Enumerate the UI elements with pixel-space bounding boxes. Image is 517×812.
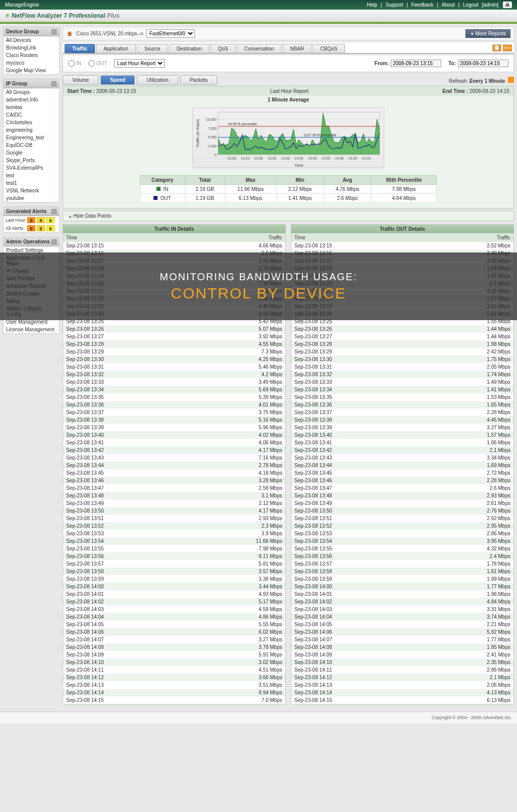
hide-datapoints-toggle[interactable]: Hide Data Points [63, 211, 514, 221]
out-details-title: Traffic OUT Details [291, 225, 513, 233]
tab-qos[interactable]: QoS [211, 44, 236, 53]
tab-traffic[interactable]: Traffic [65, 44, 95, 53]
device-group-panel: Device Group All DevicesBrowsingLinkCisc… [3, 27, 60, 75]
table-row: Sep-23-08 13:433.34 Mbps [291, 454, 513, 462]
table-row: Sep-23-08 14:024.84 Mbps [291, 598, 513, 605]
subtab-utilization[interactable]: Utilization [137, 75, 178, 85]
from-input[interactable] [391, 60, 441, 67]
subtab-volume[interactable]: Volume [63, 75, 98, 85]
ip-group-item[interactable]: engineering [4, 126, 59, 134]
ip-group-item[interactable]: bonitas [4, 104, 59, 111]
alert-critical[interactable]: 0 [27, 217, 35, 223]
top-link-help[interactable]: Help [367, 2, 378, 8]
ip-group-panel: IP Group All Groupsadventnet.Infobonitas… [3, 79, 60, 202]
table-row: Sep-23-08 13:273.92 Mbps [63, 333, 285, 340]
breadcrumb-device[interactable]: Cisco 2651-VSNL 20 mbps--> [76, 31, 143, 36]
alert-major[interactable]: 0 [37, 217, 45, 223]
svg-text:13:20: 13:20 [227, 157, 236, 160]
table-row: Sep-23-08 13:562.4 Mbps [291, 552, 513, 560]
in-radio[interactable] [68, 60, 75, 67]
app-title: ✶ NetFlow Analyzer 7 Professional Plus [5, 12, 120, 19]
alert-major[interactable]: 0 [37, 225, 45, 231]
print-icon[interactable]: 🖶 [503, 2, 512, 8]
device-group-item[interactable]: Cisco Routers [4, 52, 59, 59]
out-radio[interactable] [88, 60, 95, 67]
ip-group-item[interactable]: adventnet.Info [4, 96, 59, 104]
table-row: Sep-23-08 13:424.17 Mbps [63, 446, 285, 454]
ip-group-item[interactable]: SV4-ExternalIPs [4, 164, 59, 172]
ip-group-item[interactable]: Engineering_test [4, 134, 59, 141]
table-row: Sep-23-08 14:122.1 Mbps [291, 674, 513, 681]
tab-destination[interactable]: Destination [169, 44, 210, 53]
sidebar: Device Group All DevicesBrowsingLinkCisc… [3, 27, 60, 704]
ip-group-item[interactable]: All Groups [4, 88, 59, 96]
top-link-support[interactable]: Support [385, 2, 403, 8]
ip-group-item[interactable]: Skype_Ports [4, 157, 59, 164]
device-group-title: Device Group [6, 29, 39, 34]
ip-group-item[interactable]: VSNL Network [4, 187, 59, 194]
collapse-icon[interactable] [51, 239, 57, 244]
svg-text:13:35: 13:35 [268, 157, 277, 160]
device-group-item[interactable]: Google Map View [4, 67, 59, 74]
ip-group-item[interactable]: youtube [4, 194, 59, 202]
to-input[interactable] [458, 60, 508, 67]
edit-icon[interactable] [508, 77, 514, 83]
collapse-icon[interactable] [51, 209, 57, 214]
table-row: Sep-23-08 14:001.77 Mbps [291, 583, 513, 590]
table-row: Sep-23-08 14:149.94 Mbps [63, 689, 285, 696]
tab-nbar[interactable]: NBAR [283, 44, 312, 53]
tab-conversation[interactable]: Conversation [237, 44, 282, 53]
ip-group-item[interactable]: test1 [4, 179, 59, 187]
table-row: Sep-23-08 13:472.6 Mbps [291, 484, 513, 492]
ip-group-item[interactable]: CAIDC [4, 111, 59, 119]
alert-minor[interactable]: 0 [46, 217, 55, 223]
table-row: Sep-23-08 13:437.16 Mbps [63, 454, 285, 462]
ip-group-item[interactable]: test [4, 172, 59, 179]
table-row: Sep-23-08 13:361.65 Mbps [291, 401, 513, 409]
table-row: Sep-23-08 13:393.27 Mbps [291, 424, 513, 431]
table-row: Sep-23-08 14:081.85 Mbps [291, 643, 513, 651]
table-row: Sep-23-08 14:014.93 Mbps [63, 590, 285, 598]
device-group-item[interactable]: BrowsingLink [4, 44, 59, 52]
export-csv-icon[interactable]: csv [503, 44, 512, 52]
subtab-speed[interactable]: Speed [100, 75, 135, 85]
admin-item[interactable]: License Management [4, 326, 59, 333]
report-range-select[interactable]: Last Hour Report [114, 59, 165, 68]
home-icon[interactable] [66, 30, 73, 37]
breadcrumb: Cisco 2651-VSNL 20 mbps--> FastEthernet0… [63, 27, 514, 40]
more-reports-button[interactable]: More Reports [466, 29, 510, 38]
top-link-feedback[interactable]: Feedback [411, 2, 434, 8]
top-link-about[interactable]: About [442, 2, 455, 8]
ip-group-item[interactable]: EquIDC-DB [4, 141, 59, 149]
collapse-icon[interactable] [51, 29, 57, 34]
product-label: ManageEngine [5, 2, 39, 8]
table-row: Sep-23-08 13:284.55 Mbps [63, 340, 285, 348]
alert-minor[interactable]: 0 [46, 225, 55, 231]
alert-critical[interactable]: 0 [27, 225, 35, 231]
export-pdf-icon[interactable]: 📄 [492, 44, 501, 52]
subtab-packets[interactable]: Packets [180, 75, 218, 85]
collapse-icon[interactable] [51, 81, 57, 86]
top-link-logout[interactable]: Logout [463, 2, 479, 8]
table-row: Sep-23-08 13:463.28 Mbps [63, 477, 285, 484]
table-row: Sep-23-08 14:144.13 Mbps [291, 689, 513, 696]
table-row: Sep-23-08 13:522.3 Mbps [63, 522, 285, 530]
table-row: Sep-23-08 14:011.98 Mbps [291, 590, 513, 598]
table-row: Sep-23-08 14:055.55 Mbps [63, 621, 285, 628]
table-row: Sep-23-08 13:532.86 Mbps [291, 530, 513, 537]
ip-group-item[interactable]: Cricketsites [4, 119, 59, 126]
tab-application[interactable]: Application [96, 44, 136, 53]
interface-select[interactable]: FastEthernet0/0 [146, 29, 195, 38]
traffic-chart: 02,5005,0007,50010,00013:2013:2513:3013:… [192, 108, 384, 168]
device-group-item[interactable]: mycisco [4, 59, 59, 67]
alert-label: All Alerts [6, 226, 26, 231]
svg-text:7,500: 7,500 [208, 127, 217, 130]
tab-source[interactable]: Source [137, 44, 168, 53]
tab-cbqos[interactable]: CBQoS [313, 44, 345, 53]
table-row: Sep-23-08 13:557.98 Mbps [63, 545, 285, 552]
table-row: Sep-23-08 13:571.78 Mbps [291, 560, 513, 568]
table-row: Sep-23-08 14:092.41 Mbps [291, 651, 513, 658]
device-group-item[interactable]: All Devices [4, 36, 59, 44]
svg-text:0: 0 [215, 153, 217, 157]
ip-group-item[interactable]: Google [4, 149, 59, 157]
